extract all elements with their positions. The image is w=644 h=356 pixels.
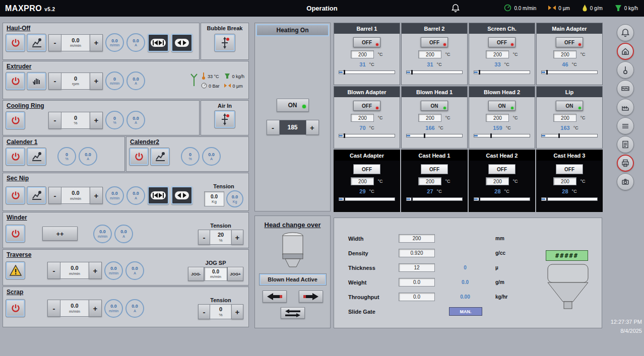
alarm-bell-icon[interactable]: [451, 4, 460, 15]
zone-power-button[interactable]: OFF: [353, 101, 380, 111]
param-input[interactable]: 0.0: [399, 293, 435, 301]
nav-temperature-icon[interactable]: [617, 61, 634, 79]
plus-button[interactable]: +: [89, 262, 102, 279]
cooling-ring-power-button[interactable]: [6, 112, 25, 129]
zone-power-button[interactable]: OFF: [556, 164, 583, 174]
nip-close-toggle[interactable]: [148, 34, 169, 52]
zone-setpoint-input[interactable]: 200: [553, 50, 576, 58]
nav-recipes-icon[interactable]: [617, 117, 634, 134]
nip-open-toggle[interactable]: [171, 186, 192, 204]
minus-button[interactable]: -: [48, 112, 61, 129]
setpoint-field[interactable]: 0.0m/min: [60, 300, 89, 317]
sec-nip-jog-button[interactable]: [27, 187, 46, 204]
head-move-left-button[interactable]: [263, 291, 287, 303]
zone-setpoint-input[interactable]: 200: [486, 114, 509, 122]
zone-power-button[interactable]: OFF: [353, 164, 380, 174]
param-input[interactable]: 0.0: [399, 278, 435, 287]
zone-power-button[interactable]: ON: [556, 101, 583, 111]
nip-open-toggle[interactable]: [171, 34, 192, 52]
zone-setpoint-input[interactable]: 200: [418, 177, 441, 185]
tension-setpoint-field[interactable]: 20%: [210, 230, 231, 245]
plus-button[interactable]: +: [90, 73, 103, 90]
plus-button[interactable]: +: [89, 300, 102, 317]
setpoint-field[interactable]: 0.0m/min: [60, 262, 89, 279]
plus-button[interactable]: +: [90, 112, 103, 129]
throughput-hopper-icon: [615, 5, 622, 13]
blown-head-active-button[interactable]: Blown Head Active: [260, 274, 326, 285]
setpoint-field[interactable]: 0.0m/min: [61, 187, 90, 204]
zone-setpoint-input[interactable]: 200: [553, 177, 576, 185]
zone-actual-temp: 31: [427, 61, 433, 67]
slide-gate-mode-button[interactable]: MAN.: [449, 307, 482, 316]
jog-speed-field[interactable]: 0.0m/min: [204, 267, 227, 281]
zone-setpoint-input[interactable]: 200: [553, 114, 576, 122]
plus-button[interactable]: +: [306, 120, 319, 135]
setpoint-field[interactable]: 0.0m/min: [61, 34, 90, 51]
zone-setpoint-input[interactable]: 200: [486, 50, 509, 58]
zone-setpoint-input[interactable]: 200: [351, 114, 374, 122]
nav-plant-icon[interactable]: [617, 99, 634, 116]
minus-button[interactable]: -: [48, 73, 61, 90]
minus-button[interactable]: -: [48, 187, 61, 204]
bubble-break-valve-button[interactable]: [215, 34, 235, 51]
jog-minus-button[interactable]: JOG-: [188, 267, 204, 281]
plus-button[interactable]: +: [231, 230, 243, 245]
tension-setpoint-field[interactable]: 0%: [210, 304, 231, 319]
zone-setpoint-input[interactable]: 200: [418, 114, 441, 122]
minus-button[interactable]: -: [48, 34, 61, 51]
setpoint-field[interactable]: 0%: [61, 112, 90, 129]
zone-power-button[interactable]: OFF: [488, 164, 516, 174]
zone-setpoint-input[interactable]: 200: [486, 177, 509, 185]
calender2-jog-button[interactable]: [151, 148, 169, 165]
minus-button[interactable]: -: [47, 300, 60, 317]
zone-power-button[interactable]: ON: [421, 101, 448, 111]
sec-nip-power-button[interactable]: [6, 187, 25, 204]
plus-button[interactable]: +: [231, 304, 243, 319]
calender2-power-button[interactable]: [130, 148, 148, 165]
zone-setpoint-input[interactable]: 200: [351, 50, 374, 58]
zone-power-button[interactable]: OFF: [421, 164, 448, 174]
zone-power-button[interactable]: OFF: [556, 37, 583, 47]
heating-on-button[interactable]: ON: [277, 99, 309, 112]
param-input[interactable]: 200: [399, 234, 435, 243]
head-swap-button[interactable]: [281, 307, 305, 319]
air-in-valve-button[interactable]: [215, 111, 235, 128]
extruder-manual-mode-button[interactable]: [27, 73, 46, 90]
zone-power-button[interactable]: ON: [488, 101, 516, 111]
nav-home-icon[interactable]: [617, 43, 634, 60]
jog-plus-button[interactable]: JOG+: [227, 267, 243, 281]
winder-increment-button[interactable]: ++: [42, 227, 78, 241]
param-input[interactable]: 12: [399, 263, 435, 272]
tension-setpoint-field[interactable]: 0.0Kg: [204, 191, 224, 206]
scrap-power-button[interactable]: [6, 300, 25, 317]
heating-on-header[interactable]: Heating On: [256, 24, 329, 36]
nav-machine-icon[interactable]: [617, 80, 634, 97]
extruder-power-button[interactable]: [6, 73, 25, 90]
zone-power-button[interactable]: OFF: [353, 37, 380, 47]
zone-setpoint-input[interactable]: 200: [418, 50, 441, 58]
zone-power-button[interactable]: OFF: [421, 37, 448, 47]
haul-off-jog-button[interactable]: [27, 34, 46, 51]
heating-setpoint-field[interactable]: 185: [280, 120, 306, 135]
plus-button[interactable]: +: [90, 187, 103, 204]
head-move-right-button[interactable]: [299, 291, 323, 303]
nip-close-toggle[interactable]: [148, 186, 169, 204]
nav-reports-icon[interactable]: [617, 136, 634, 153]
plus-button[interactable]: +: [90, 34, 103, 51]
zone-power-button[interactable]: OFF: [488, 37, 516, 47]
traverse-warning-button[interactable]: [6, 262, 25, 279]
haul-off-power-button[interactable]: [6, 34, 25, 51]
winder-power-button[interactable]: [6, 225, 25, 242]
nav-camera-icon[interactable]: [617, 173, 634, 190]
minus-button[interactable]: -: [47, 262, 60, 279]
minus-button[interactable]: -: [198, 230, 210, 245]
minus-button[interactable]: -: [198, 304, 210, 319]
nav-alarm-bell-icon[interactable]: [617, 24, 634, 41]
param-input[interactable]: 0.920: [399, 249, 435, 257]
setpoint-field[interactable]: 0rpm: [61, 73, 90, 90]
calender1-jog-button[interactable]: [27, 148, 46, 165]
minus-button[interactable]: -: [267, 120, 280, 135]
nav-print-icon[interactable]: [617, 155, 634, 172]
calender1-power-button[interactable]: [6, 148, 25, 165]
zone-setpoint-input[interactable]: 200: [351, 177, 374, 185]
